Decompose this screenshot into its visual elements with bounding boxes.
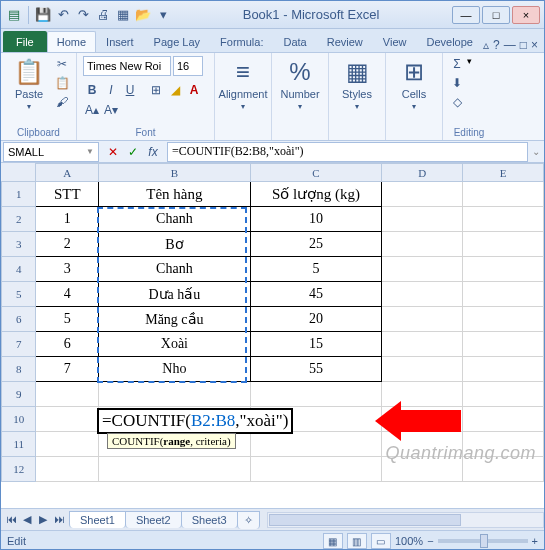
sheet-tab-1[interactable]: Sheet1 (69, 511, 126, 528)
table-row[interactable]: 32Bơ25 (2, 232, 544, 257)
next-sheet-icon[interactable]: ▶ (35, 513, 51, 526)
print-icon[interactable]: 🖨 (94, 6, 112, 24)
cell[interactable]: Tên hàng (99, 182, 251, 207)
row-header[interactable]: 7 (2, 332, 36, 357)
row-header[interactable]: 9 (2, 382, 36, 407)
cell[interactable]: 3 (36, 257, 99, 282)
save-icon[interactable]: 💾 (34, 6, 52, 24)
cell[interactable] (463, 207, 544, 232)
cell[interactable] (463, 432, 544, 457)
cell[interactable] (250, 457, 381, 482)
font-name-select[interactable] (83, 56, 171, 76)
table-row[interactable]: 12 (2, 457, 544, 482)
cell[interactable] (99, 382, 251, 407)
fill-color-button[interactable]: ◢ (166, 81, 184, 99)
new-sheet-button[interactable]: ✧ (237, 511, 260, 529)
normal-view-icon[interactable]: ▦ (323, 533, 343, 549)
ribbon-minimize-icon[interactable]: ▵ (483, 38, 489, 52)
tab-insert[interactable]: Insert (96, 31, 144, 52)
cell[interactable] (250, 432, 381, 457)
table-row[interactable]: 43Chanh5 (2, 257, 544, 282)
cell[interactable] (250, 382, 381, 407)
row-header[interactable]: 2 (2, 207, 36, 232)
cell[interactable] (36, 407, 99, 432)
cell[interactable]: 20 (250, 307, 381, 332)
cell[interactable]: Số lượng (kg) (250, 182, 381, 207)
cell[interactable] (463, 332, 544, 357)
zoom-in-button[interactable]: + (532, 535, 538, 547)
row-header[interactable]: 1 (2, 182, 36, 207)
cell[interactable] (463, 382, 544, 407)
cell[interactable] (36, 382, 99, 407)
cell[interactable]: 5 (250, 257, 381, 282)
cell[interactable]: Măng cầu (99, 307, 251, 332)
bold-button[interactable]: B (83, 81, 101, 99)
number-button[interactable]: %Number▾ (278, 56, 322, 113)
cell[interactable] (382, 307, 463, 332)
cell[interactable] (463, 357, 544, 382)
cell[interactable]: Chanh (99, 257, 251, 282)
font-size-select[interactable] (173, 56, 203, 76)
last-sheet-icon[interactable]: ⏭ (51, 513, 67, 526)
tab-review[interactable]: Review (317, 31, 373, 52)
undo-icon[interactable]: ↶ (54, 6, 72, 24)
cell[interactable] (463, 232, 544, 257)
cell[interactable]: 10 (250, 207, 381, 232)
tab-file[interactable]: File (3, 31, 47, 52)
cell[interactable]: STT (36, 182, 99, 207)
border-button[interactable]: ⊞ (147, 81, 165, 99)
paste-button[interactable]: 📋 Paste ▾ (7, 56, 51, 113)
row-header[interactable]: 6 (2, 307, 36, 332)
table-row[interactable]: 1STTTên hàngSố lượng (kg) (2, 182, 544, 207)
name-box[interactable]: SMALL▼ (3, 142, 99, 162)
expand-formula-icon[interactable]: ⌄ (528, 146, 544, 157)
page-break-view-icon[interactable]: ▭ (371, 533, 391, 549)
cell[interactable]: 15 (250, 332, 381, 357)
tab-formulas[interactable]: Formula: (210, 31, 273, 52)
spreadsheet-grid[interactable]: A B C D E 1STTTên hàngSố lượng (kg)21Cha… (1, 163, 544, 508)
cell[interactable]: 55 (250, 357, 381, 382)
row-header[interactable]: 11 (2, 432, 36, 457)
cell[interactable] (382, 357, 463, 382)
cancel-formula-button[interactable]: ✕ (103, 143, 123, 161)
new-icon[interactable]: ▦ (114, 6, 132, 24)
row-header[interactable]: 3 (2, 232, 36, 257)
doc-max-icon[interactable]: □ (520, 38, 527, 52)
cell[interactable] (382, 182, 463, 207)
tab-home[interactable]: Home (47, 31, 96, 52)
cell[interactable] (382, 332, 463, 357)
alignment-button[interactable]: ≡Alignment▾ (221, 56, 265, 113)
formula-input[interactable] (167, 142, 528, 162)
minimize-button[interactable]: — (452, 6, 480, 24)
cell[interactable] (382, 457, 463, 482)
table-row[interactable]: 65Măng cầu20 (2, 307, 544, 332)
zoom-out-button[interactable]: − (427, 535, 433, 547)
table-row[interactable]: 76Xoài15 (2, 332, 544, 357)
row-header[interactable]: 10 (2, 407, 36, 432)
enter-formula-button[interactable]: ✓ (123, 143, 143, 161)
page-layout-view-icon[interactable]: ▥ (347, 533, 367, 549)
fx-button[interactable]: fx (143, 143, 163, 161)
clear-icon[interactable]: ◇ (449, 94, 465, 110)
row-header[interactable]: 12 (2, 457, 36, 482)
grow-font-icon[interactable]: A▴ (83, 101, 101, 119)
cells-button[interactable]: ⊞Cells▾ (392, 56, 436, 113)
cell[interactable] (99, 457, 251, 482)
doc-min-icon[interactable]: — (504, 38, 516, 52)
cell[interactable]: 4 (36, 282, 99, 307)
prev-sheet-icon[interactable]: ◀ (19, 513, 35, 526)
cell[interactable] (463, 257, 544, 282)
close-button[interactable]: × (512, 6, 540, 24)
cell[interactable] (463, 182, 544, 207)
tab-developer[interactable]: Develope (416, 31, 482, 52)
active-cell-editor[interactable]: =COUNTIF(B2:B8,"xoài") (97, 408, 293, 434)
copy-icon[interactable]: 📋 (54, 75, 70, 91)
sheet-tab-2[interactable]: Sheet2 (125, 511, 182, 528)
help-icon[interactable]: ? (493, 38, 500, 52)
table-row[interactable]: 87Nho55 (2, 357, 544, 382)
column-headers[interactable]: A B C D E (2, 164, 544, 182)
shrink-font-icon[interactable]: A▾ (102, 101, 120, 119)
cut-icon[interactable]: ✂ (54, 56, 70, 72)
fill-icon[interactable]: ⬇ (449, 75, 465, 91)
cell[interactable] (463, 282, 544, 307)
